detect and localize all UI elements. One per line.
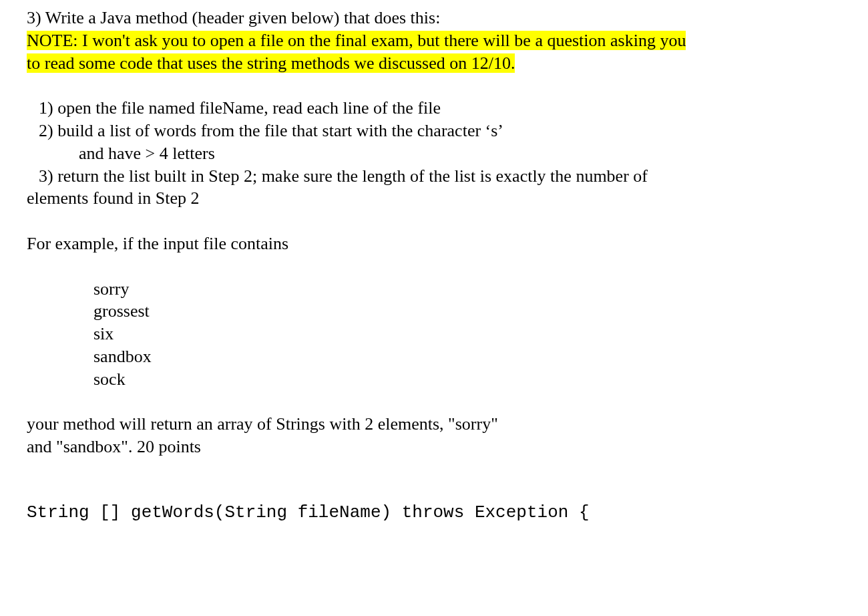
- outro-line-2: and "sandbox". 20 points: [27, 436, 841, 458]
- sample-word-1: sorry: [93, 278, 841, 301]
- step-3-line-1: 3) return the list built in Step 2; make…: [39, 165, 841, 188]
- highlighted-note-2: to read some code that uses the string m…: [27, 53, 515, 73]
- sample-words: sorry grossest six sandbox sock: [93, 278, 841, 391]
- highlighted-note-1: NOTE: I won't ask you to open a file on …: [27, 31, 686, 50]
- step-1: 1) open the file named fileName, read ea…: [39, 97, 841, 120]
- document-body: 3) Write a Java method (header given bel…: [0, 0, 868, 551]
- sample-word-3: six: [93, 323, 841, 345]
- step-2-line-1: 2) build a list of words from the file t…: [39, 120, 841, 142]
- step-3-line-2: elements found in Step 2: [27, 187, 841, 210]
- steps-block: 1) open the file named fileName, read ea…: [39, 97, 841, 210]
- question-intro: 3) Write a Java method (header given bel…: [27, 7, 841, 29]
- example-intro: For example, if the input file contains: [27, 233, 841, 255]
- outro-line-1: your method will return an array of Stri…: [27, 413, 841, 436]
- question-header: 3) Write a Java method (header given bel…: [27, 7, 841, 74]
- sample-word-2: grossest: [93, 300, 841, 323]
- step-2-line-2: and have > 4 letters: [79, 142, 841, 165]
- note-line-2: to read some code that uses the string m…: [27, 52, 841, 75]
- sample-word-4: sandbox: [93, 345, 841, 368]
- method-signature: String [] getWords(String fileName) thro…: [27, 502, 841, 524]
- note-line-1: NOTE: I won't ask you to open a file on …: [27, 29, 841, 52]
- sample-word-5: sock: [93, 368, 841, 391]
